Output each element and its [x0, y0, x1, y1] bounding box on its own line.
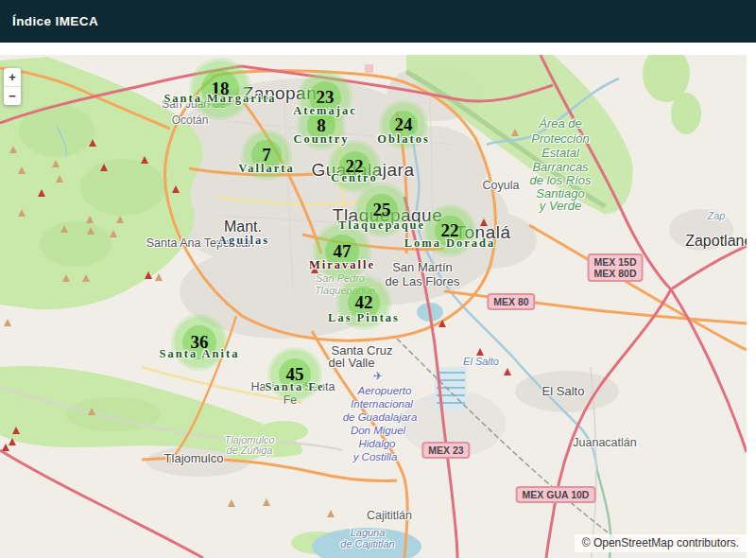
- station-label: Santa Anita: [160, 347, 240, 361]
- page-title: Índice IMECA: [12, 14, 98, 28]
- station-label: Santa Fe: [266, 380, 325, 394]
- station-label: Loma Dorada: [404, 236, 496, 251]
- road-badge-line: MEX 23: [428, 445, 463, 456]
- peak-icon: [116, 216, 124, 223]
- map-label: y Costilla: [353, 451, 398, 462]
- road-badge: MEX 23: [421, 442, 470, 459]
- peak-icon: [9, 438, 16, 445]
- peak-icon: [2, 444, 9, 451]
- station-label: Tlaquepaque: [338, 218, 425, 233]
- map-label: Barrancas: [532, 160, 588, 174]
- zoom-out-button[interactable]: −: [4, 86, 21, 105]
- peak-icon: [438, 320, 446, 327]
- map-label: Área de: [539, 116, 582, 131]
- station-label: Miravalle: [309, 258, 375, 272]
- map-label: El Salto: [542, 384, 585, 398]
- peak-icon: [86, 216, 94, 223]
- peak-icon: [504, 368, 511, 375]
- map-label: de Las Flores: [386, 274, 460, 288]
- station-value: 18: [192, 61, 249, 117]
- map-label: Tlajomulco: [164, 451, 224, 465]
- peak-icon: [228, 499, 235, 507]
- map-attribution: © OpenStreetMap contributors.: [575, 534, 747, 552]
- map-label: Laguna: [351, 527, 386, 538]
- map-label: Coyula: [483, 179, 520, 192]
- peak-icon: [141, 156, 148, 164]
- map-label: Internacional: [351, 398, 413, 410]
- peak-icon: [82, 274, 90, 282]
- peak-icon: [18, 166, 26, 174]
- road-badge: MEX GUA 10D: [516, 486, 596, 503]
- peak-icon: [145, 271, 152, 279]
- station-label: Oblatos: [377, 132, 430, 147]
- map[interactable]: ZapopanGuadalajaraTlaquepaqueTonaláCoyul…: [0, 55, 747, 558]
- station-label: Las Pintas: [328, 311, 400, 325]
- peak-icon: [4, 319, 11, 326]
- peak-icon: [263, 498, 270, 506]
- map-label: Hidalgo: [359, 438, 396, 449]
- attribution-prefix: ©: [582, 536, 593, 549]
- attribution-suffix: contributors.: [674, 536, 739, 549]
- peak-icon: [110, 230, 117, 237]
- map-label: Estatal: [541, 146, 579, 160]
- map-label: Protección: [531, 131, 589, 146]
- peak-icon: [56, 175, 63, 183]
- peak-icon: [327, 510, 335, 517]
- road-badge-line: MEX 80D: [594, 268, 637, 279]
- road-badge: MEX 80: [487, 293, 535, 310]
- map-label: Juanacatlán: [573, 436, 636, 449]
- peak-icon: [62, 274, 70, 282]
- peak-icon: [476, 348, 484, 356]
- station-label: Centro: [331, 171, 377, 185]
- zoom-control: + −: [4, 68, 21, 105]
- map-label: del Valle: [329, 356, 375, 370]
- map-label: de los Ríos: [529, 173, 591, 187]
- road-badge-line: MEX 80: [493, 296, 528, 307]
- road-badge-line: MEX GUA 10D: [523, 489, 590, 500]
- peak-icon: [172, 185, 180, 193]
- peak-icon: [52, 160, 60, 167]
- station-label: Vallarta: [238, 162, 294, 176]
- peak-icon: [38, 189, 45, 197]
- peak-icon: [155, 273, 163, 281]
- peak-icon: [18, 209, 26, 217]
- peak-icon: [9, 146, 17, 153]
- peak-icon: [511, 129, 519, 136]
- station-label: Atemajac: [293, 104, 356, 118]
- station-label: Aguilas: [218, 234, 269, 248]
- map-label: El Salto: [463, 356, 499, 367]
- map-label: Don Miguel: [351, 425, 405, 436]
- peak-icon: [89, 139, 96, 147]
- map-label: de Cajititlán: [340, 538, 394, 549]
- peak-icon: [88, 408, 95, 415]
- peak-icon: [12, 427, 20, 434]
- map-label: Zapotlanejo: [685, 233, 747, 250]
- attribution-osm-link[interactable]: OpenStreetMap: [593, 536, 674, 549]
- station-marker[interactable]: 18: [192, 61, 249, 117]
- app-header: Índice IMECA: [0, 0, 756, 43]
- map-label: Aeropuerto: [358, 385, 412, 396]
- building-block: [365, 64, 373, 73]
- station-label: Santa Margarita: [163, 92, 276, 106]
- peak-icon: [100, 164, 108, 171]
- station-label: Country: [293, 132, 349, 147]
- map-label: de Zúñiga: [227, 445, 273, 456]
- zoom-in-button[interactable]: +: [4, 68, 21, 86]
- peak-icon: [60, 225, 68, 233]
- map-label: San Martín: [392, 260, 453, 274]
- road-badge: MEX 15DMEX 80D: [588, 253, 644, 282]
- map-label: de Guadalajara: [343, 411, 418, 423]
- map-label: Cajititlán: [367, 509, 412, 522]
- map-label: y Verde: [540, 199, 581, 213]
- map-label: ✈: [373, 369, 384, 383]
- road-badge-line: MEX 15D: [594, 256, 637, 268]
- map-label: Zap: [708, 210, 726, 221]
- peak-icon: [87, 227, 94, 235]
